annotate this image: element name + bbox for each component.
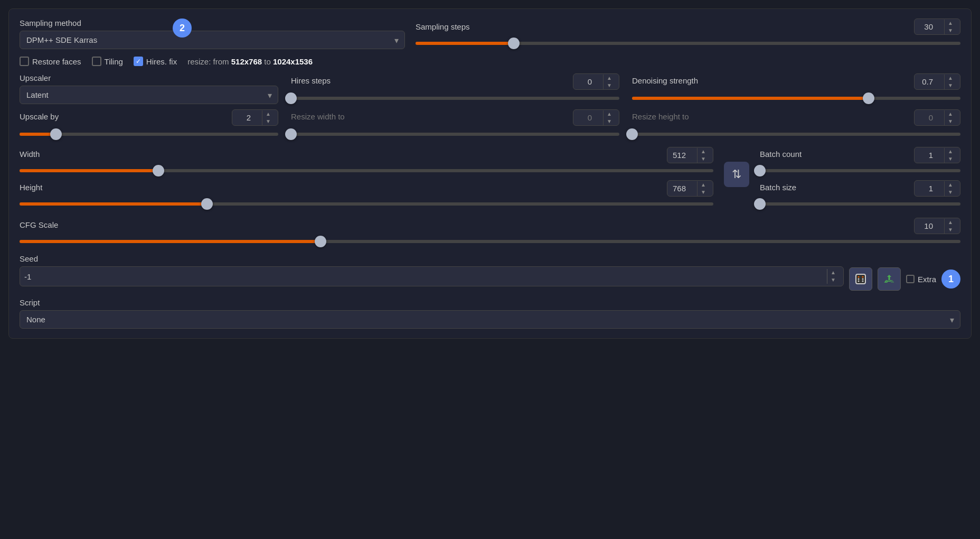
reuse-seed-button[interactable] bbox=[878, 267, 901, 291]
hires-fix-label: Hires. fix bbox=[146, 57, 177, 66]
height-spin-down[interactable]: ▼ bbox=[698, 189, 709, 196]
width-label: Width bbox=[20, 150, 40, 159]
dice-icon bbox=[854, 273, 867, 285]
steps-spin-down[interactable]: ▼ bbox=[945, 27, 956, 34]
resize-height-spin-up[interactable]: ▲ bbox=[945, 110, 956, 118]
height-input[interactable]: ▲ ▼ bbox=[667, 180, 713, 197]
cfg-scale-slider[interactable] bbox=[20, 236, 960, 247]
steps-spin-up[interactable]: ▲ bbox=[945, 20, 956, 27]
seed-input[interactable] bbox=[24, 272, 824, 281]
badge-1: 1 bbox=[941, 270, 960, 289]
resize-width-slider[interactable] bbox=[291, 129, 619, 140]
upscaler-label: Upscaler bbox=[20, 73, 278, 82]
svg-point-5 bbox=[858, 281, 859, 282]
restore-faces-label: Restore faces bbox=[32, 57, 81, 66]
seed-spin-down[interactable]: ▼ bbox=[827, 276, 839, 284]
resize-height-slider[interactable] bbox=[632, 129, 960, 140]
sampling-method-label: Sampling method bbox=[20, 18, 405, 27]
sampling-steps-label: Sampling steps bbox=[416, 22, 470, 31]
hires-steps-spin-down[interactable]: ▼ bbox=[604, 82, 615, 89]
swap-dimensions-button[interactable]: ⇅ bbox=[724, 162, 749, 187]
script-dropdown[interactable]: None bbox=[20, 310, 960, 329]
recycle-icon bbox=[883, 273, 896, 285]
badge-2: 2 bbox=[173, 18, 192, 38]
svg-point-2 bbox=[862, 276, 863, 278]
denoising-input[interactable]: ▲ ▼ bbox=[914, 73, 960, 90]
svg-point-6 bbox=[862, 281, 863, 282]
script-select[interactable]: None bbox=[20, 310, 960, 329]
svg-rect-0 bbox=[856, 274, 865, 284]
restore-faces-checkbox[interactable]: Restore faces bbox=[20, 57, 81, 66]
seed-label: Seed bbox=[20, 254, 960, 263]
upscale-by-spin-down[interactable]: ▼ bbox=[262, 118, 274, 125]
sampling-method-dropdown[interactable]: DPM++ SDE Karras bbox=[20, 31, 405, 49]
upscale-by-label: Upscale by bbox=[20, 112, 59, 121]
upscale-by-input[interactable]: ▲ ▼ bbox=[232, 109, 278, 126]
sampling-steps-input[interactable]: ▲ ▼ bbox=[914, 18, 960, 35]
batch-count-label: Batch count bbox=[760, 150, 802, 159]
resize-width-label: Resize width to bbox=[291, 112, 345, 121]
hires-fix-checkbox[interactable]: Hires. fix bbox=[134, 57, 177, 66]
svg-point-3 bbox=[858, 278, 859, 280]
resize-height-label: Resize height to bbox=[632, 112, 689, 121]
svg-point-1 bbox=[858, 276, 859, 278]
cfg-spin-up[interactable]: ▲ bbox=[945, 219, 956, 226]
hires-steps-spin-up[interactable]: ▲ bbox=[604, 75, 615, 82]
resize-width-input[interactable]: ▲ ▼ bbox=[573, 109, 619, 126]
hires-steps-label: Hires steps bbox=[291, 76, 331, 85]
upscaler-select[interactable]: Latent bbox=[20, 86, 278, 104]
batch-size-spin-up[interactable]: ▲ bbox=[945, 181, 956, 189]
hires-steps-input[interactable]: ▲ ▼ bbox=[573, 73, 619, 90]
resize-height-input[interactable]: ▲ ▼ bbox=[914, 109, 960, 126]
batch-size-label: Batch size bbox=[760, 183, 796, 192]
tiling-label: Tiling bbox=[105, 57, 123, 66]
svg-point-4 bbox=[862, 278, 863, 280]
height-slider[interactable] bbox=[20, 199, 713, 209]
batch-size-spin-down[interactable]: ▼ bbox=[945, 189, 956, 196]
hires-steps-slider[interactable] bbox=[291, 93, 619, 104]
denoising-spin-up[interactable]: ▲ bbox=[945, 75, 956, 82]
cfg-scale-label: CFG Scale bbox=[20, 220, 58, 229]
hires-fix-cb-box[interactable] bbox=[134, 57, 143, 66]
denoising-label: Denoising strength bbox=[632, 76, 698, 85]
upscale-by-slider[interactable] bbox=[20, 129, 278, 140]
restore-faces-cb-box[interactable] bbox=[20, 57, 29, 66]
random-seed-button[interactable] bbox=[849, 267, 872, 291]
cfg-scale-input[interactable]: ▲ ▼ bbox=[914, 218, 960, 234]
height-spin-up[interactable]: ▲ bbox=[698, 181, 709, 189]
batch-count-slider[interactable] bbox=[760, 165, 960, 176]
resize-width-spin-up[interactable]: ▲ bbox=[604, 110, 615, 118]
resize-width-spin-down[interactable]: ▼ bbox=[604, 118, 615, 125]
extra-cb-box[interactable] bbox=[906, 275, 915, 283]
extra-label: Extra bbox=[918, 275, 936, 284]
width-spin-up[interactable]: ▲ bbox=[698, 148, 709, 155]
upscale-by-spin-up[interactable]: ▲ bbox=[262, 110, 274, 118]
script-label: Script bbox=[20, 298, 960, 307]
width-slider[interactable] bbox=[20, 165, 713, 176]
width-spin-down[interactable]: ▼ bbox=[698, 155, 709, 163]
height-label: Height bbox=[20, 183, 42, 192]
denoising-spin-down[interactable]: ▼ bbox=[945, 82, 956, 89]
resize-info: resize: from 512x768 to 1024x1536 bbox=[187, 57, 313, 66]
cfg-spin-down[interactable]: ▼ bbox=[945, 226, 956, 234]
tiling-checkbox[interactable]: Tiling bbox=[92, 57, 123, 66]
seed-spin-up[interactable]: ▲ bbox=[827, 269, 839, 276]
resize-height-spin-down[interactable]: ▼ bbox=[945, 118, 956, 125]
sampling-steps-slider[interactable] bbox=[416, 38, 960, 49]
denoising-slider[interactable] bbox=[632, 93, 960, 104]
upscaler-dropdown[interactable]: Latent bbox=[20, 86, 278, 104]
tiling-cb-box[interactable] bbox=[92, 57, 101, 66]
extra-checkbox[interactable]: Extra bbox=[906, 275, 936, 284]
sampling-method-select[interactable]: DPM++ SDE Karras bbox=[20, 31, 405, 49]
batch-count-input[interactable]: ▲ ▼ bbox=[914, 147, 960, 163]
batch-count-spin-up[interactable]: ▲ bbox=[945, 148, 956, 155]
batch-size-slider[interactable] bbox=[760, 199, 960, 209]
batch-size-input[interactable]: ▲ ▼ bbox=[914, 180, 960, 197]
width-input[interactable]: ▲ ▼ bbox=[667, 147, 713, 163]
batch-count-spin-down[interactable]: ▼ bbox=[945, 155, 956, 163]
